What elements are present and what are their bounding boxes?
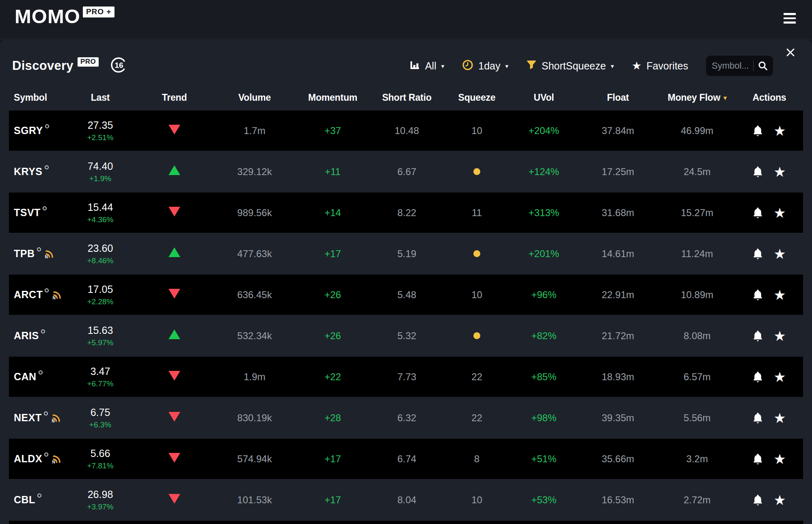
favorite-star-icon[interactable]: ★ [773,247,786,261]
alert-bell-icon[interactable] [753,453,763,465]
chevron-down-icon: ▾ [441,63,445,70]
favorites-toggle[interactable]: ★ Favorites [632,60,688,72]
money-flow-cell: 11.24m [659,248,736,260]
money-flow-cell: 15.27m [659,207,736,219]
column-header-float[interactable]: Float [577,92,659,103]
volume-cell: 477.63k [214,248,295,260]
symbol-cell: KRYS [9,166,66,178]
symbol-cell: CAN [9,371,66,383]
table-row[interactable]: ALDX N 5.66 +7.81% 574.94k +17 6.74 8 +5… [9,439,803,479]
strategy-filter[interactable]: ShortSqueeze ▾ [526,60,614,72]
table-row[interactable]: CAN 3.47 +6.77% 1.9m +22 7.73 22 +85% 18… [9,357,803,397]
symbol-cell: ALDX N [9,453,66,465]
last-cell: 74.40 +1.9% [66,160,135,183]
close-icon[interactable] [784,46,797,58]
column-header-short-ratio[interactable]: Short Ratio [370,92,443,103]
column-header-last[interactable]: Last [66,92,135,103]
last-cell: 15.63 +5.97% [66,325,135,347]
favorite-star-icon[interactable]: ★ [773,124,786,138]
short-ratio-cell: 6.74 [370,453,443,465]
alert-bell-icon[interactable] [753,371,763,383]
last-price: 6.75 [91,407,110,418]
squeeze-dot-icon [473,332,480,339]
trend-icon [168,247,181,258]
volume-cell: 830.19k [214,412,295,424]
favorite-star-icon[interactable]: ★ [773,411,786,425]
last-price: 74.40 [88,160,113,172]
news-icon: N [52,290,62,302]
volume-cell: 1.9m [214,371,295,383]
trend-cell [135,453,214,465]
column-header-symbol[interactable]: Symbol [9,92,66,103]
hamburger-menu-icon[interactable] [784,13,796,24]
favorite-star-icon[interactable]: ★ [773,288,786,302]
table-header-row: Symbol Last Trend Volume Momentum Short … [9,89,803,106]
last-cell: 5.66 +7.81% [66,448,135,470]
column-header-trend[interactable]: Trend [135,92,214,103]
squeeze-cell: 8 [443,453,510,465]
chart-type-filter[interactable]: All ▾ [409,60,444,72]
last-price: 3.47 [91,366,110,377]
table-row[interactable]: CBL 26.98 +3.97% 101.53k +17 8.04 10 +53… [9,480,803,520]
last-cell: 15.44 +4.36% [66,201,135,224]
favorites-label: Favorites [646,60,688,72]
last-price: 23.60 [88,243,113,254]
table-row[interactable]: KRYS 74.40 +1.9% 329.12k +11 6.67 +124% … [9,152,803,192]
favorite-star-icon[interactable]: ★ [773,329,786,343]
column-header-money-flow[interactable]: Money Flow▾ [659,92,736,103]
column-header-uvol[interactable]: UVol [510,92,577,103]
ticker-symbol: CAN [14,371,37,383]
uvol-cell: +82% [510,330,577,342]
alert-bell-icon[interactable] [753,330,763,342]
table-row[interactable]: TSVT 15.44 +4.36% 989.56k +14 8.22 11 +3… [9,193,803,233]
ticker-symbol: TSVT [14,207,41,219]
alert-bell-icon[interactable] [753,207,763,219]
alert-bell-icon[interactable] [753,125,763,136]
search-icon[interactable] [758,61,768,71]
logo-pro-badge: PRO + [83,6,115,17]
favorite-star-icon[interactable]: ★ [773,452,786,466]
alert-bell-icon[interactable] [753,166,763,178]
favorite-star-icon[interactable]: ★ [773,206,786,220]
table-row[interactable]: ARIS 15.63 +5.97% 532.34k +26 5.32 +82% … [9,316,803,356]
news-icon: N [51,413,61,425]
toolbar: Discovery PRO 16 [12,54,773,77]
favorite-star-icon[interactable]: ★ [773,370,786,384]
alert-bell-icon[interactable] [753,412,763,424]
momentum-cell: +14 [295,207,370,219]
refresh-timer-value: 16 [115,61,123,69]
float-cell: 21.72m [577,330,659,342]
alert-bell-icon[interactable] [753,289,763,301]
column-header-momentum[interactable]: Momentum [295,92,370,103]
float-cell: 18.93m [577,371,659,383]
favorite-star-icon[interactable]: ★ [773,165,786,179]
momo-screener-window: MOMOPRO + Discovery PRO 16 [0,0,812,524]
search-divider [753,60,754,71]
news-icon: N [52,454,62,466]
alert-bell-icon[interactable] [753,248,763,260]
table-row[interactable]: ARCT N 17.05 +2.28% 636.45k +26 5.48 10 … [9,275,803,315]
squeeze-dot-icon [473,250,480,257]
favorite-star-icon[interactable]: ★ [773,493,786,507]
table-row[interactable]: NEXT N 6.75 +6.3% 830.19k +28 6.32 22 +9… [9,398,803,438]
search-input[interactable] [712,61,749,71]
table-row[interactable]: SGRY 27.35 +2.51% 1.7m +37 10.48 10 +204… [9,110,803,151]
float-cell: 39.35m [577,412,659,424]
percent-change: +7.81% [87,461,114,470]
column-header-volume[interactable]: Volume [214,92,295,103]
actions-cell: ★ [736,452,803,466]
short-ratio-cell: 10.48 [370,125,443,136]
symbol-cell: CBL [9,494,66,506]
status-circle-icon [39,370,43,375]
uvol-cell: +313% [510,207,577,219]
actions-cell: ★ [736,206,803,220]
short-ratio-cell: 6.32 [370,412,443,424]
money-flow-cell: 46.99m [659,125,736,136]
star-icon: ★ [632,61,641,71]
momentum-cell: +26 [295,289,370,301]
timeframe-filter[interactable]: 1day ▾ [462,59,508,72]
alert-bell-icon[interactable] [753,494,763,506]
percent-change: +6.77% [87,379,114,388]
table-row[interactable]: TPB N 23.60 +8.46% 477.63k +17 5.19 +201… [9,234,803,274]
column-header-squeeze[interactable]: Squeeze [443,92,510,103]
